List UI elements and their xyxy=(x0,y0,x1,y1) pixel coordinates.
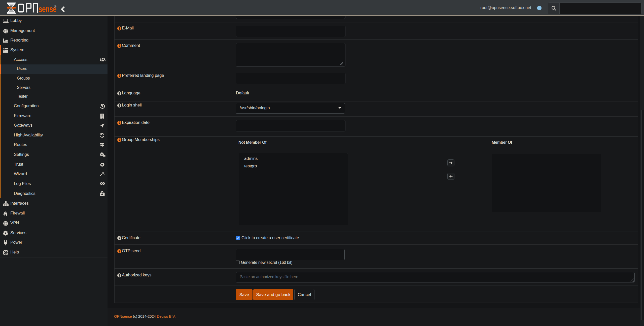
svg-text:sense: sense xyxy=(39,4,56,14)
svg-text:®: ® xyxy=(54,5,56,9)
